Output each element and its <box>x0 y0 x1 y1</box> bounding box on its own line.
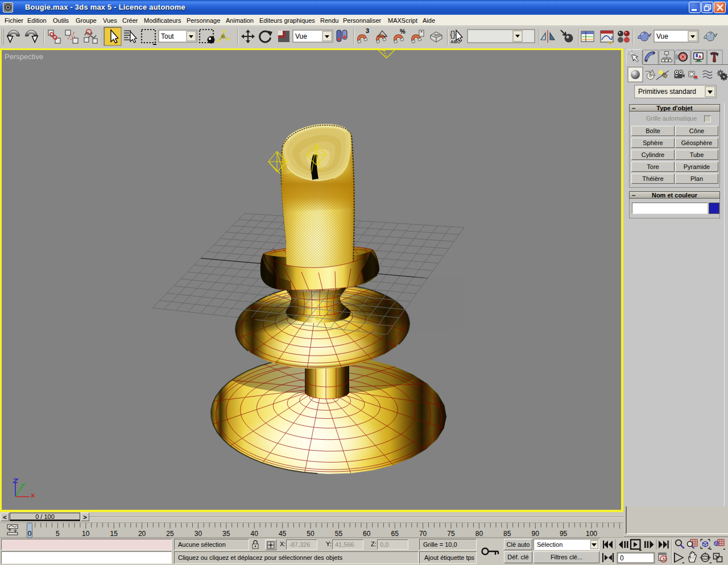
svg-text:25: 25 <box>166 530 174 538</box>
svg-text:65: 65 <box>391 530 399 538</box>
svg-text:20: 20 <box>138 530 146 538</box>
svg-text:95: 95 <box>560 530 568 538</box>
svg-text:{}: {} <box>450 29 456 39</box>
svg-text:55: 55 <box>335 530 343 538</box>
svg-text:75: 75 <box>447 530 455 538</box>
svg-text:0: 0 <box>28 530 32 538</box>
svg-text:0: 0 <box>620 554 624 562</box>
svg-text:Vue: Vue <box>656 32 668 40</box>
svg-text:35: 35 <box>222 530 230 538</box>
svg-text:60: 60 <box>363 530 371 538</box>
svg-text:40: 40 <box>251 530 259 538</box>
svg-text:Perspective: Perspective <box>5 52 43 61</box>
svg-text:45: 45 <box>279 530 287 538</box>
svg-text:Tout: Tout <box>161 32 174 40</box>
svg-text:5: 5 <box>56 530 60 538</box>
svg-text:10: 10 <box>82 530 90 538</box>
svg-text:15: 15 <box>110 530 118 538</box>
svg-text:85: 85 <box>503 530 511 538</box>
svg-text:50: 50 <box>307 530 315 538</box>
svg-text:%: % <box>400 28 406 35</box>
svg-text:100: 100 <box>586 530 597 538</box>
svg-text:Vue: Vue <box>295 32 307 40</box>
svg-text:70: 70 <box>419 530 427 538</box>
svg-text:3: 3 <box>366 27 369 34</box>
svg-text:30: 30 <box>195 530 202 538</box>
svg-text:80: 80 <box>475 530 483 538</box>
svg-text:90: 90 <box>532 530 540 538</box>
svg-text:Primitives standard: Primitives standard <box>638 88 696 96</box>
